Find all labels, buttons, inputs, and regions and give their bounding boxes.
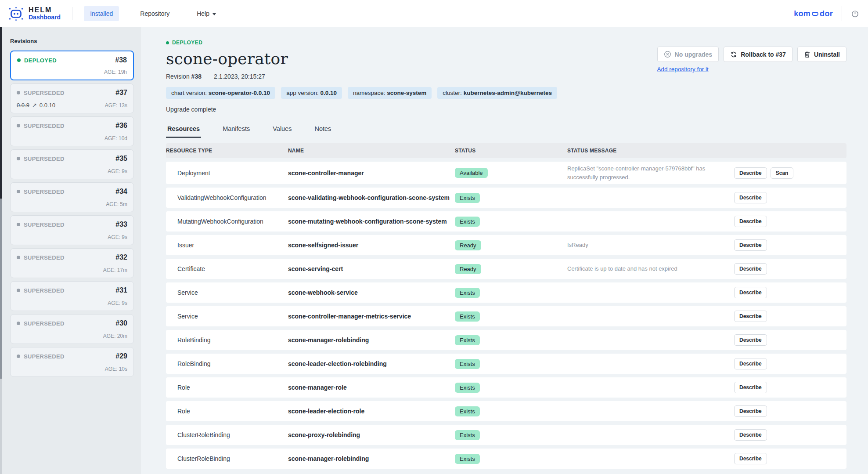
page-title: scone-operator bbox=[166, 50, 657, 68]
tab-manifests[interactable]: Manifests bbox=[221, 125, 251, 138]
cell-actions: Describe bbox=[734, 216, 846, 227]
cell-status-badge: Ready bbox=[455, 264, 481, 274]
cell-resource-type: Service bbox=[166, 289, 288, 296]
upgrade-status-text: Upgrade complete bbox=[166, 106, 657, 113]
main-nav: Installed Repository Help bbox=[84, 6, 222, 21]
chip-value: 0.0.10 bbox=[320, 90, 337, 96]
revision-date: 2.1.2023, 20:15:27 bbox=[214, 73, 265, 80]
table-body: Deployment scone-controller-manager Avai… bbox=[166, 162, 846, 469]
column-name: NAME bbox=[288, 148, 455, 154]
cell-resource-type: RoleBinding bbox=[166, 337, 288, 344]
revision-card[interactable]: SUPERSEDED #37 0.0.9 ↗ 0.0.10 AGE: 13s bbox=[10, 83, 134, 113]
add-repository-link[interactable]: Add repository for it bbox=[657, 66, 709, 72]
revision-card[interactable]: SUPERSEDED #31 ↗ AGE: 9s bbox=[10, 281, 134, 311]
cell-name: scone-manager-role bbox=[288, 384, 455, 391]
cell-name: scone-webhook-service bbox=[288, 289, 455, 296]
table-row: Role scone-leader-election-role Exists D… bbox=[166, 401, 846, 421]
rollback-button[interactable]: Rollback to #37 bbox=[724, 47, 792, 62]
status-dot-icon bbox=[166, 41, 169, 44]
revision-status-label: SUPERSEDED bbox=[24, 156, 65, 162]
revision-card[interactable]: SUPERSEDED #35 ↗ AGE: 9s bbox=[10, 149, 134, 179]
chip-value: scone-operator-0.0.10 bbox=[209, 90, 270, 96]
tab-notes[interactable]: Notes bbox=[313, 125, 332, 138]
chip-value: scone-system bbox=[387, 90, 426, 96]
status-badge: DEPLOYED bbox=[166, 40, 657, 46]
cell-resource-type: Role bbox=[166, 384, 288, 391]
revision-card[interactable]: SUPERSEDED #29 ↗ AGE: 10s bbox=[10, 347, 134, 377]
describe-button[interactable]: Describe bbox=[734, 334, 767, 346]
cell-name: scone-selfsigned-issuer bbox=[288, 242, 455, 249]
cell-name: scone-manager-rolebinding bbox=[288, 455, 455, 462]
describe-button[interactable]: Describe bbox=[734, 453, 767, 464]
describe-button[interactable]: Describe bbox=[734, 263, 767, 275]
revision-info: Revision #38 2.1.2023, 20:15:27 bbox=[166, 73, 657, 80]
cell-actions: Describe bbox=[734, 287, 846, 298]
revision-card[interactable]: SUPERSEDED #34 ↗ AGE: 5m bbox=[10, 182, 134, 212]
brand-name: HELM bbox=[29, 7, 61, 14]
trash-icon bbox=[804, 51, 810, 58]
revision-number: #38 bbox=[191, 73, 202, 80]
revision-age: AGE: 17m bbox=[103, 267, 127, 273]
power-icon bbox=[851, 10, 859, 18]
brand-subtitle: Dashboard bbox=[29, 14, 61, 21]
revision-age: AGE: 9s bbox=[108, 234, 127, 240]
table-row: ClusterRoleBinding scone-manager-rolebin… bbox=[166, 449, 846, 469]
table-row: Service scone-controller-manager-metrics… bbox=[166, 306, 846, 326]
cell-resource-type: Deployment bbox=[166, 170, 288, 177]
cell-resource-type: Service bbox=[166, 313, 288, 320]
cell-status-badge: Exists bbox=[455, 359, 480, 369]
revision-card[interactable]: SUPERSEDED #33 ↗ AGE: 9s bbox=[10, 215, 134, 245]
cell-name: scone-leader-election-role bbox=[288, 408, 455, 415]
revision-number: #31 bbox=[115, 286, 127, 294]
komodor-logo[interactable]: komdor bbox=[794, 9, 833, 18]
cell-status-badge: Exists bbox=[455, 217, 480, 227]
describe-button[interactable]: Describe bbox=[734, 358, 767, 369]
power-button[interactable] bbox=[851, 10, 859, 18]
header-divider-right bbox=[842, 6, 842, 21]
cell-actions: Describe bbox=[734, 192, 846, 203]
revision-age: AGE: 9s bbox=[108, 300, 127, 306]
revision-number: #37 bbox=[115, 89, 127, 97]
tab-resources[interactable]: Resources bbox=[166, 125, 201, 138]
uninstall-button[interactable]: Uninstall bbox=[797, 47, 846, 62]
nav-item-installed[interactable]: Installed bbox=[84, 6, 119, 21]
cell-status-badge: Exists bbox=[455, 288, 480, 298]
revision-age: AGE: 13s bbox=[105, 102, 127, 109]
describe-button[interactable]: Describe bbox=[734, 287, 767, 298]
describe-button[interactable]: Describe bbox=[734, 429, 767, 441]
cell-status-badge: Exists bbox=[455, 311, 480, 322]
revision-status-label: SUPERSEDED bbox=[24, 287, 65, 294]
column-resource-type: RESOURCE TYPE bbox=[166, 148, 288, 154]
revision-card[interactable]: SUPERSEDED #36 ↗ AGE: 10d bbox=[10, 116, 134, 146]
cell-status-badge: Exists bbox=[455, 383, 480, 393]
describe-button[interactable]: Describe bbox=[734, 239, 767, 251]
describe-button[interactable]: Describe bbox=[734, 192, 767, 203]
describe-button[interactable]: Describe bbox=[734, 311, 767, 322]
cell-resource-type: ClusterRoleBinding bbox=[166, 431, 288, 438]
describe-button[interactable]: Describe bbox=[734, 405, 767, 417]
nav-item-help[interactable]: Help bbox=[191, 6, 222, 21]
chip-value: kubernetes-admin@kubernetes bbox=[464, 90, 552, 96]
revision-card[interactable]: SUPERSEDED #32 ↗ AGE: 17m bbox=[10, 248, 134, 278]
tab-values[interactable]: Values bbox=[271, 125, 293, 138]
revision-card[interactable]: DEPLOYED #38 ↗ AGE: 19h bbox=[10, 51, 134, 80]
describe-button[interactable]: Describe bbox=[734, 382, 767, 393]
column-status: STATUS bbox=[455, 148, 567, 154]
helm-dashboard-logo[interactable]: HELM Dashboard bbox=[8, 7, 61, 21]
header-divider bbox=[72, 7, 72, 20]
describe-button[interactable]: Describe bbox=[734, 167, 767, 179]
revision-card[interactable]: SUPERSEDED #30 ↗ AGE: 20m bbox=[10, 314, 134, 344]
cell-actions: Describe bbox=[734, 334, 846, 346]
revision-status-label: SUPERSEDED bbox=[24, 188, 65, 195]
no-upgrades-button[interactable]: No upgrades bbox=[657, 47, 719, 62]
revision-number: #29 bbox=[115, 352, 127, 360]
metadata-chip: app version: 0.0.10 bbox=[281, 87, 342, 99]
describe-button[interactable]: Describe bbox=[734, 216, 767, 227]
revision-status-label: SUPERSEDED bbox=[24, 90, 65, 96]
nav-item-repository[interactable]: Repository bbox=[134, 6, 176, 21]
revision-status-label: SUPERSEDED bbox=[24, 353, 65, 360]
cell-resource-type: ClusterRoleBinding bbox=[166, 455, 288, 462]
table-row: Role scone-manager-role Exists Describe bbox=[166, 377, 846, 398]
scan-button[interactable]: Scan bbox=[771, 167, 794, 179]
table-row: Certificate scone-serving-cert Ready Cer… bbox=[166, 259, 846, 279]
